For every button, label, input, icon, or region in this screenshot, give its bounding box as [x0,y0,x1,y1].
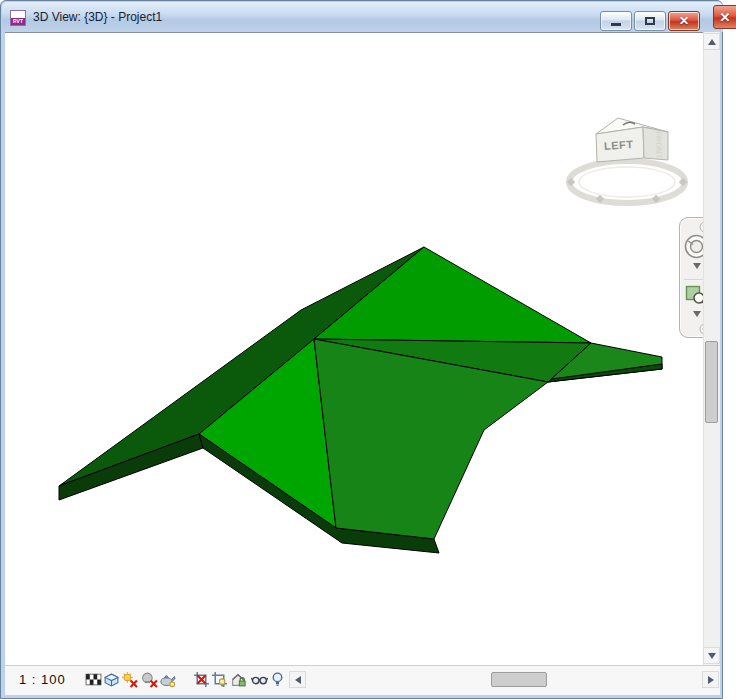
title-bar[interactable]: RVT 3D View: {3D} - Project1 ✕ [2,2,723,32]
zoom-options-dropdown-icon[interactable] [693,311,701,317]
window-title: 3D View: {3D} - Project1 [33,10,162,24]
rvt-icon-label: RVT [11,18,25,25]
crop-view-off-icon [193,671,210,688]
scroll-left-button[interactable] [289,671,306,688]
mdi-child-window: RVT 3D View: {3D} - Project1 ✕ ✕ [0,0,723,699]
viewcube[interactable]: LEFT FRONT [561,99,701,214]
maximize-icon [645,17,655,25]
show-crop-region-button[interactable] [211,671,228,688]
show-rendering-dialog-button[interactable] [159,671,176,688]
sun-path-off-button[interactable] [121,671,138,688]
close-icon: ✕ [669,12,699,30]
temporary-hide-isolate-icon [251,671,268,688]
visual-style-button[interactable] [103,671,120,688]
navigation-bar [679,217,703,338]
lock-3d-view-icon [230,671,247,688]
detail-level-icon [85,671,102,688]
drawing-canvas[interactable]: LEFT FRONT [5,32,703,665]
reveal-hidden-elements-button[interactable] [269,671,286,688]
lock-3d-view-button[interactable] [230,671,247,688]
navbar-divider [684,279,703,280]
zoom-region-icon[interactable] [685,284,703,307]
minimize-icon [611,23,621,26]
show-crop-region-icon [211,671,228,688]
viewcube-compass-ring[interactable] [567,161,687,203]
arrow-down-icon [708,653,716,659]
viewcube-right-face[interactable] [643,127,668,160]
app-close-button[interactable]: ✕ [713,5,736,29]
app-close-icon: ✕ [714,6,736,28]
horizontal-scroll-thumb[interactable] [491,672,547,687]
scroll-down-button[interactable] [703,647,720,664]
scroll-right-button[interactable] [702,671,719,688]
maximize-button[interactable] [634,11,666,31]
arrow-right-icon [708,676,714,684]
revit-3d-view-window-page: RVT 3D View: {3D} - Project1 ✕ ✕ [0,0,736,699]
scroll-up-button[interactable] [703,33,720,50]
temporary-hide-isolate-button[interactable] [251,671,268,688]
wheel-options-dropdown-icon[interactable] [693,263,701,269]
shadows-off-icon [141,671,158,688]
close-button[interactable]: ✕ [668,11,700,31]
arrow-up-icon [708,39,716,45]
steering-wheel-icon[interactable] [684,234,703,259]
visual-style-icon [103,671,120,688]
view-scale-button[interactable]: 1 : 100 [19,672,66,687]
crop-view-off-button[interactable] [193,671,210,688]
detail-level-button[interactable] [85,671,102,688]
rvt-file-icon[interactable]: RVT [10,10,26,26]
vertical-scroll-thumb[interactable] [705,341,718,423]
reveal-hidden-elements-icon [269,671,286,688]
sun-path-off-icon [121,671,138,688]
minimize-button[interactable] [600,11,632,31]
arrow-left-icon [295,676,301,684]
shadows-off-button[interactable] [141,671,158,688]
show-rendering-dialog-icon [159,671,176,688]
